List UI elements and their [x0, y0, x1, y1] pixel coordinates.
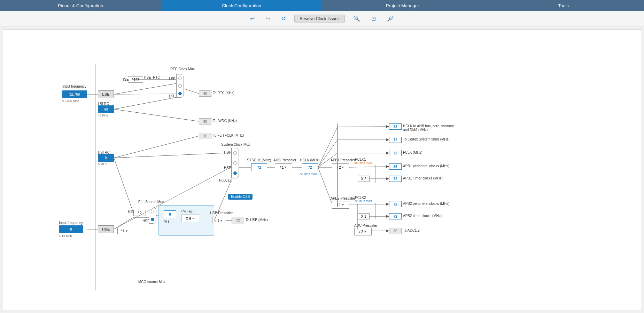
- svg-line-28: [114, 158, 133, 213]
- input-freq-top-value: 32.768: [62, 90, 87, 98]
- lse-box: LSE: [98, 90, 114, 98]
- input-freq-top-range: 0-1000 KHz: [62, 99, 79, 103]
- pll-area: 8 PLL *PLLMul X 9: [158, 205, 214, 236]
- apb2-periph-value: 72: [389, 201, 402, 207]
- sysclk-label: SYSCLK (MHz): [247, 158, 271, 162]
- rtc-mux: [176, 74, 184, 98]
- pll-hse-wire-label: HSE: [142, 219, 150, 223]
- usb-prescaler-dropdown[interactable]: / 1: [212, 217, 226, 224]
- adc-prescaler-label: ADC Prescaler: [354, 224, 377, 227]
- nav-pinout[interactable]: Pinout & Configuration: [0, 0, 161, 11]
- svg-line-7: [114, 136, 199, 158]
- lsi-rc-value: 40: [98, 105, 114, 113]
- sysclk-mux: [231, 148, 239, 178]
- usb-prescaler-label: USB Prescaler: [210, 211, 233, 215]
- adc-label: To ADC1,2: [403, 228, 420, 232]
- cortex-value: 72: [389, 137, 402, 143]
- top-nav: Pinout & Configuration Clock Configurati…: [0, 0, 644, 11]
- pll-value: 8: [164, 210, 176, 218]
- rtc-mux-lsi[interactable]: [178, 92, 182, 95]
- svg-line-19: [349, 167, 389, 167]
- svg-marker-37: [386, 125, 389, 128]
- hclk-ahb-label: HCLK to AHB bus, core, memory and DMA (M…: [403, 124, 455, 132]
- svg-marker-41: [386, 177, 389, 180]
- rtc-mux-lse[interactable]: [178, 84, 182, 88]
- sysclk-mux-pll[interactable]: [233, 171, 237, 175]
- main-area: Input frequency 32.768 0-1000 KHz LSE LS…: [0, 26, 644, 313]
- sys-hsi-label: HSI: [224, 151, 230, 154]
- hclk-value: 72: [302, 163, 318, 171]
- ahb-prescaler-label: AHB Prescaler: [273, 158, 296, 162]
- svg-line-0: [114, 83, 176, 94]
- pll-hsi-wire-label: HSI: [128, 210, 134, 214]
- apb1-periph-label: APB1 peripheral clocks (MHz): [403, 164, 449, 168]
- apb1-timer-value: 72: [389, 176, 402, 182]
- input-freq-bottom-label: Input frequency: [59, 221, 83, 225]
- sysclk-mux-hse[interactable]: [233, 161, 237, 165]
- ahb-prescaler-dropdown[interactable]: / 1: [275, 163, 292, 171]
- fit-button[interactable]: ⊡: [368, 14, 379, 23]
- redo-button[interactable]: ↪: [263, 14, 273, 23]
- hsi-rc-value: 8: [98, 154, 114, 162]
- hclk-ahb-value: 72: [389, 123, 402, 130]
- svg-line-1: [114, 94, 176, 94]
- apb2-timer-value: 72: [389, 213, 402, 219]
- svg-marker-42: [386, 203, 389, 206]
- usb-label: To USB (MHz): [246, 218, 268, 222]
- adc-value: 36: [389, 228, 402, 234]
- undo-button[interactable]: ↩: [247, 14, 257, 23]
- to-iwdg-value: 40: [199, 118, 211, 125]
- zoom-out-button[interactable]: 🔎: [384, 14, 397, 23]
- cortex-label: To Cortex System timer (MHz): [403, 137, 450, 141]
- mco-source-label: MCO source Mux: [138, 280, 165, 284]
- pllmul-dropdown[interactable]: X 9: [181, 215, 199, 222]
- svg-line-4: [184, 89, 199, 94]
- svg-marker-40: [386, 165, 389, 168]
- fclk-value: 72: [389, 150, 402, 156]
- hse-div1-dropdown[interactable]: / 1: [117, 228, 131, 234]
- to-flitfclk-value: 8: [199, 133, 211, 139]
- apb2-timer-label: APB2 timer clocks (MHz): [403, 214, 442, 218]
- sysclk-mux-hsi[interactable]: [233, 151, 237, 155]
- lse-wire-label: LSE: [169, 77, 176, 81]
- pll-mux-hse[interactable]: [151, 218, 154, 221]
- hse-rtc-label: HSE_RTC: [144, 75, 160, 79]
- to-rtc-label: To RTC (KHz): [213, 91, 234, 95]
- svg-line-26: [114, 217, 133, 229]
- svg-line-5: [114, 109, 199, 121]
- apb1-x2-box: X 2: [358, 176, 370, 182]
- nav-clock[interactable]: Clock Configuration: [161, 0, 322, 11]
- system-clock-mux-label: System Clock Mux: [221, 143, 250, 146]
- nav-project[interactable]: Project Manager: [322, 0, 483, 11]
- apb1-prescaler-dropdown[interactable]: / 2: [332, 163, 349, 171]
- lsi-rc-unit: 40 KHz: [98, 114, 108, 117]
- svg-line-2: [114, 97, 176, 109]
- apb1-periph-value: 36: [389, 163, 402, 170]
- wiring-svg: [3, 30, 641, 310]
- to-flitfclk-label: To FLITFCLK (MHz): [213, 134, 244, 137]
- pll-div2-box: / 2: [133, 210, 146, 216]
- svg-marker-38: [386, 138, 389, 141]
- svg-marker-43: [386, 215, 389, 218]
- hse-box: HSE: [98, 225, 114, 233]
- adc-prescaler-dropdown[interactable]: / 2: [354, 228, 372, 235]
- apb2-periph-label: APB2 peripheral clocks (MHz): [403, 202, 449, 206]
- hse-rtc-wire-label: HSE: [122, 78, 129, 81]
- nav-tools[interactable]: Tools: [483, 0, 644, 11]
- svg-marker-39: [386, 152, 389, 154]
- enable-css-button[interactable]: Enable CSS: [228, 194, 253, 200]
- pll-mux: [149, 207, 156, 224]
- apb2-prescaler-dropdown[interactable]: / 1: [332, 201, 349, 209]
- clock-diagram: Input frequency 32.768 0-1000 KHz LSE LS…: [3, 30, 641, 310]
- pclk1-max: 36 MHz max: [354, 161, 372, 164]
- zoom-in-button[interactable]: 🔍: [350, 14, 363, 23]
- resolve-clock-button[interactable]: Resolve Clock Issues: [294, 15, 345, 23]
- refresh-button[interactable]: ↺: [279, 14, 289, 23]
- apb2-prescaler-label: APB2 Prescaler: [331, 196, 355, 200]
- pll-mux-hsi[interactable]: [151, 210, 154, 213]
- rtc-mux-hse[interactable]: [178, 77, 182, 80]
- hclk-label: HCLK (MHz): [300, 158, 320, 162]
- toolbar: ↩ ↪ ↺ Resolve Clock Issues 🔍 ⊡ 🔎: [0, 11, 644, 26]
- pll-source-mux-label: PLL Source Mux: [138, 200, 164, 204]
- sys-hse-label: HSE: [224, 166, 231, 170]
